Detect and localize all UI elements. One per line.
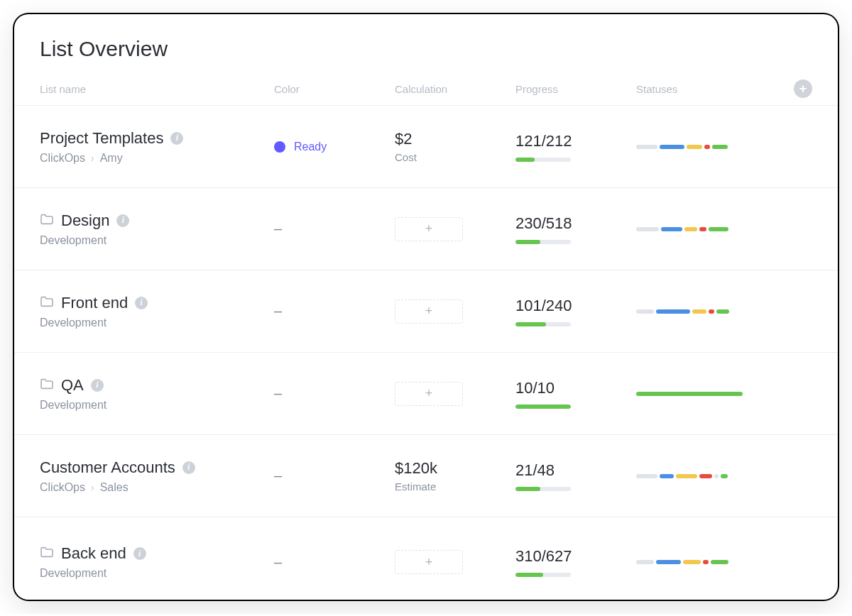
color-dot-icon <box>274 141 285 153</box>
progress-bar <box>515 322 571 326</box>
calculation-cell[interactable]: + <box>395 550 515 574</box>
status-segment <box>699 227 706 231</box>
status-segment <box>636 227 659 231</box>
color-cell[interactable]: – <box>274 554 395 571</box>
plus-icon: + <box>425 304 433 319</box>
status-segment <box>711 560 728 564</box>
calculation-value: $2 <box>395 130 515 148</box>
list-name-cell: QAiDevelopment <box>40 376 274 412</box>
table-row[interactable]: DesigniDevelopment–+230/518 <box>14 188 838 270</box>
status-segment <box>712 145 728 149</box>
chevron-right-icon: › <box>91 153 94 164</box>
add-calculation-button[interactable]: + <box>395 382 463 406</box>
list-name-cell: Back endiDevelopment <box>40 544 274 580</box>
empty-dash: – <box>274 468 282 484</box>
progress-cell: 21/48 <box>515 461 636 491</box>
calculation-cell[interactable]: $2Cost <box>395 130 515 163</box>
progress-fill <box>515 487 540 491</box>
progress-text: 310/627 <box>515 547 636 566</box>
status-segment <box>636 392 743 396</box>
page-title: List Overview <box>14 37 838 74</box>
status-segment <box>709 227 728 231</box>
progress-cell: 121/212 <box>515 132 636 162</box>
col-calculation: Calculation <box>395 83 515 95</box>
list-name: Project Templates <box>40 129 163 148</box>
color-cell[interactable]: – <box>274 303 395 319</box>
statuses-cell[interactable] <box>636 392 770 396</box>
statuses-cell[interactable] <box>636 145 770 149</box>
status-segment <box>692 309 706 314</box>
breadcrumb-part[interactable]: Sales <box>100 481 129 494</box>
folder-icon <box>40 546 54 561</box>
col-list-name: List name <box>40 83 274 95</box>
plus-icon: + <box>799 82 807 97</box>
add-calculation-button[interactable]: + <box>395 550 463 574</box>
info-icon[interactable]: i <box>182 461 195 474</box>
calculation-cell[interactable]: + <box>395 217 515 241</box>
info-icon[interactable]: i <box>135 297 148 309</box>
progress-bar <box>515 573 571 577</box>
add-calculation-button[interactable]: + <box>395 299 463 324</box>
table-row[interactable]: Back endiDevelopment–+310/627 <box>14 517 838 600</box>
color-cell[interactable]: Ready <box>274 141 395 153</box>
status-bar <box>636 474 743 478</box>
calculation-cell[interactable]: + <box>395 382 515 406</box>
status-segment <box>636 560 654 564</box>
breadcrumb-part[interactable]: Amy <box>100 152 123 165</box>
empty-dash: – <box>274 221 282 237</box>
progress-text: 101/240 <box>515 297 636 315</box>
progress-cell: 101/240 <box>515 297 636 326</box>
empty-dash: – <box>274 554 282 571</box>
progress-cell: 310/627 <box>515 547 636 577</box>
progress-fill <box>515 573 543 577</box>
table-header: List name Color Calculation Progress Sta… <box>14 74 838 106</box>
status-segment <box>683 560 701 564</box>
list-name: Front end <box>61 294 128 312</box>
list-name-cell: Customer AccountsiClickOps›Sales <box>40 458 274 494</box>
list-name: QA <box>61 376 84 395</box>
info-icon[interactable]: i <box>116 214 129 227</box>
info-icon[interactable]: i <box>133 547 146 560</box>
color-cell[interactable]: – <box>274 468 395 484</box>
status-bar <box>636 309 743 314</box>
breadcrumb: ClickOps›Amy <box>40 152 274 165</box>
list-name: Back end <box>61 544 126 563</box>
breadcrumb-part[interactable]: ClickOps <box>40 481 85 494</box>
status-bar <box>636 227 743 231</box>
add-column-button[interactable]: + <box>794 79 812 98</box>
calculation-cell[interactable]: $120kEstimate <box>395 459 515 493</box>
color-cell[interactable]: – <box>274 385 395 402</box>
progress-bar <box>515 487 571 491</box>
list-name-cell: Project TemplatesiClickOps›Amy <box>40 129 274 165</box>
statuses-cell[interactable] <box>636 227 770 231</box>
progress-fill <box>515 405 571 409</box>
table-row[interactable]: Project TemplatesiClickOps›AmyReady$2Cos… <box>14 106 838 188</box>
statuses-cell[interactable] <box>636 560 770 564</box>
progress-text: 21/48 <box>515 461 636 480</box>
plus-icon: + <box>425 555 433 570</box>
list-name-cell: DesigniDevelopment <box>40 211 274 247</box>
calculation-cell[interactable]: + <box>395 299 515 324</box>
progress-bar <box>515 405 571 409</box>
status-segment <box>636 145 657 149</box>
info-icon[interactable]: i <box>170 132 183 145</box>
col-progress: Progress <box>515 83 636 95</box>
info-icon[interactable]: i <box>91 379 104 392</box>
progress-bar <box>515 158 571 162</box>
statuses-cell[interactable] <box>636 474 770 478</box>
table-row[interactable]: QAiDevelopment–+10/10 <box>14 353 838 435</box>
status-segment <box>714 474 719 478</box>
calculation-value: $120k <box>395 459 515 478</box>
table-row[interactable]: Front endiDevelopment–+101/240 <box>14 270 838 353</box>
progress-fill <box>515 158 535 162</box>
status-segment <box>661 227 682 231</box>
table-row[interactable]: Customer AccountsiClickOps›Sales–$120kEs… <box>14 435 838 517</box>
list-subtitle: Development <box>40 567 274 580</box>
add-calculation-button[interactable]: + <box>395 217 463 241</box>
progress-text: 10/10 <box>515 379 636 397</box>
statuses-cell[interactable] <box>636 309 770 314</box>
folder-icon <box>40 378 54 392</box>
status-segment <box>709 309 714 314</box>
color-cell[interactable]: – <box>274 221 395 237</box>
breadcrumb-part[interactable]: ClickOps <box>40 152 85 165</box>
